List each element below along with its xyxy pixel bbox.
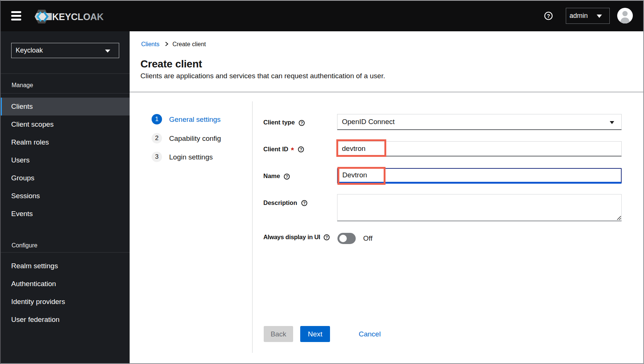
svg-text:?: ?	[286, 174, 288, 179]
svg-text:KEYCLOAK: KEYCLOAK	[52, 12, 104, 22]
svg-text:?: ?	[326, 235, 328, 240]
svg-text:?: ?	[301, 121, 303, 125]
svg-text:?: ?	[300, 147, 302, 152]
svg-text:?: ?	[547, 13, 550, 19]
svg-text:?: ?	[303, 201, 306, 205]
